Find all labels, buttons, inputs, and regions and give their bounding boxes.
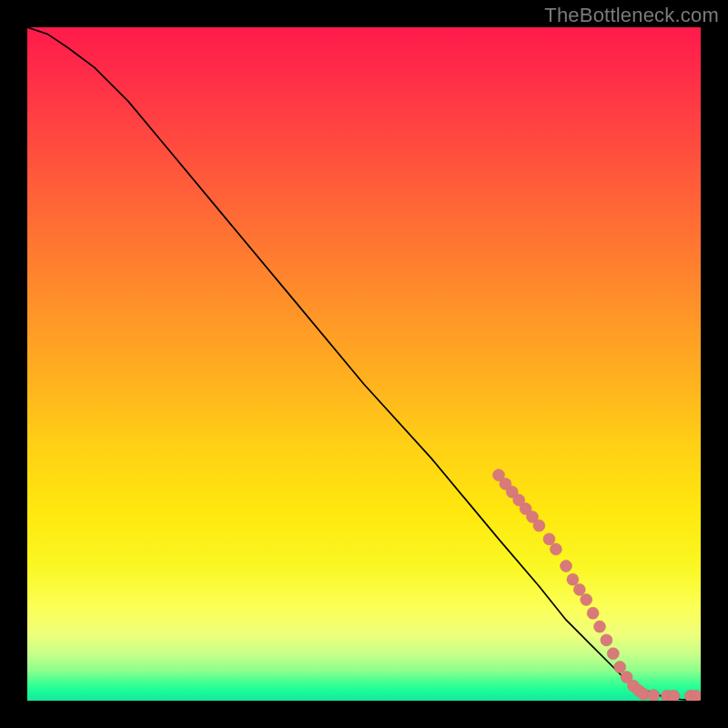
data-marker — [567, 573, 579, 585]
data-marker — [668, 690, 680, 701]
data-marker — [573, 583, 585, 595]
data-marker — [594, 621, 606, 632]
data-marker — [607, 648, 619, 660]
data-marker — [587, 607, 599, 619]
data-marker — [581, 594, 592, 606]
data-marker — [690, 690, 701, 701]
data-marker — [614, 662, 626, 673]
watermark-text: TheBottleneck.com — [544, 4, 719, 27]
marker-group — [493, 470, 702, 701]
data-marker — [543, 533, 555, 545]
chart-frame: TheBottleneck.com — [0, 0, 728, 728]
curve-layer — [27, 27, 701, 701]
data-marker — [550, 543, 561, 555]
data-marker — [601, 634, 612, 646]
data-marker — [533, 520, 545, 531]
bottleneck-curve-path — [27, 27, 701, 701]
data-marker — [648, 690, 660, 701]
data-marker — [561, 561, 572, 572]
